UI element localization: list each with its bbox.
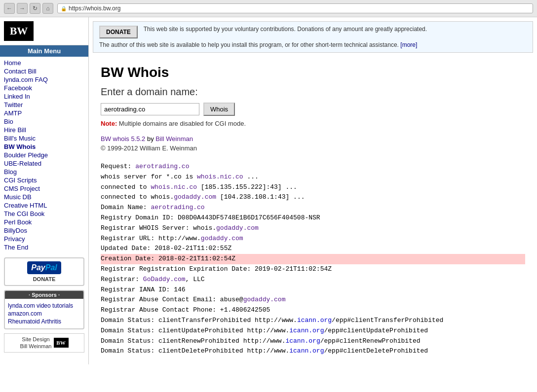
icann-link-2[interactable]: icann.org <box>289 327 324 334</box>
lock-icon: 🔒 <box>61 6 67 11</box>
paypal-section: PayPal DONATE <box>4 257 84 286</box>
site-design: Site Design Bill Weinman BW <box>4 333 84 353</box>
home-button[interactable]: ⌂ <box>42 3 53 14</box>
whois-nic-link-1[interactable]: whois.nic.co <box>197 173 243 180</box>
nav-buttons: ← → ↻ ⌂ <box>4 3 53 14</box>
bill-weinman-link[interactable]: Bill Weinman <box>155 135 193 143</box>
author-note-text: The author of this web site is available… <box>99 41 399 48</box>
whois-button[interactable]: Whois <box>203 103 235 116</box>
sidebar-item-twitter[interactable]: Twitter <box>4 101 84 109</box>
domain-name-link[interactable]: aerotrading.co <box>151 204 204 211</box>
result-line-status-update: Domain Status: clientUpdateProhibited ht… <box>101 326 525 336</box>
sidebar-item-boulder-pledge[interactable]: Boulder Pledge <box>4 151 84 159</box>
result-line-domain-name: Domain Name: aerotrading.co <box>101 203 525 213</box>
result-line-status-renew: Domain Status: clientRenewProhibited htt… <box>101 336 525 347</box>
sidebar-item-ube-related[interactable]: UBE-Related <box>4 159 84 168</box>
sidebar-logo: BW <box>0 17 88 45</box>
sponsors-header: · Sponsors · <box>5 291 83 299</box>
sidebar-item-bills-music[interactable]: Bill's Music <box>4 134 84 143</box>
back-button[interactable]: ← <box>4 3 15 14</box>
godaddy-link-2[interactable]: godaddy.com <box>216 224 259 232</box>
address-bar[interactable]: 🔒 https://whois.bw.org <box>57 3 533 13</box>
sidebar-item-bio[interactable]: Bio <box>4 117 84 126</box>
note-label: Note: <box>101 120 117 127</box>
author-note: The author of this web site is available… <box>99 41 527 48</box>
sidebar-item-lynda[interactable]: lynda.com FAQ <box>4 75 84 84</box>
sidebar-item-home[interactable]: Home <box>4 59 84 67</box>
bw-logo-small: BW <box>54 338 69 348</box>
domain-input[interactable] <box>101 103 199 115</box>
request-link[interactable]: aerotrading.co <box>135 163 189 170</box>
sidebar-item-creative-html[interactable]: Creative HTML <box>4 201 84 210</box>
bw-whois-link[interactable]: BW whois 5.5.2 <box>101 135 145 143</box>
result-line-registry-id: Registry Domain ID: D08D0A443DF5748E1B6D… <box>101 213 525 223</box>
result-line-request: Request: aerotrading.co <box>101 162 525 172</box>
site-design-line2: Bill Weinman <box>20 343 52 349</box>
result-line-registrar: Registrar: GoDaddy.com, LLC <box>101 275 525 285</box>
icann-link-3[interactable]: icann.org <box>285 337 320 345</box>
version-info: BW whois 5.5.2 by Bill Weinman <box>101 135 525 143</box>
site-design-text: Site Design Bill Weinman <box>20 336 52 350</box>
sidebar-item-cgi-book[interactable]: The CGI Book <box>4 210 84 218</box>
result-line-registrar-url: Registrar URL: http://www.godaddy.com <box>101 234 525 244</box>
sidebar-item-billydos[interactable]: BillyDos <box>4 226 84 235</box>
note-content: Multiple domains are disabled for CGI mo… <box>119 120 246 127</box>
sidebar-item-bw-whois[interactable]: BW Whois <box>4 143 84 151</box>
domain-label: Enter a domain name: <box>101 86 525 98</box>
sidebar: BW Main Menu Home Contact Bill lynda.com… <box>0 17 89 364</box>
icann-link-4[interactable]: icann.org <box>289 347 324 355</box>
result-line-expiration-date: Registrar Registration Expiration Date: … <box>101 264 525 275</box>
result-line-abuse-email: Registrar Abuse Contact Email: abuse@god… <box>101 295 525 305</box>
copyright-text: © 1999-2012 William E. Weinman <box>101 144 525 152</box>
sidebar-item-linkedin[interactable]: Linked In <box>4 92 84 101</box>
sidebar-item-cgi-scripts[interactable]: CGI Scripts <box>4 176 84 184</box>
forward-button[interactable]: → <box>17 3 28 14</box>
donate-desc: This web site is supported by your volun… <box>144 26 427 33</box>
sponsor-rheumatoid[interactable]: Rheumatoid Arthritis <box>8 318 80 325</box>
sidebar-nav: Home Contact Bill lynda.com FAQ Facebook… <box>0 57 88 253</box>
godaddy-link-1[interactable]: godaddy.com <box>174 193 216 201</box>
donate-button[interactable]: DONATE <box>99 26 138 38</box>
whois-section: BW Whois Enter a domain name: Whois Note… <box>89 57 537 364</box>
icann-link-1[interactable]: icann.org <box>297 317 332 324</box>
result-block: Request: aerotrading.co whois server for… <box>101 162 525 356</box>
whois-nic-link-2[interactable]: whois.nic.co <box>151 183 197 191</box>
more-link[interactable]: [more] <box>400 41 417 48</box>
bw-logo: BW <box>4 21 34 41</box>
sponsor-lynda[interactable]: lynda.com video tutorials <box>8 302 80 310</box>
result-line-status-delete: Domain Status: clientDeleteProhibited ht… <box>101 346 525 356</box>
result-line-updated-date: Updated Date: 2018-02-21T11:02:55Z <box>101 244 525 254</box>
reload-button[interactable]: ↻ <box>30 3 40 14</box>
result-line-abuse-phone: Registrar Abuse Contact Phone: +1.480624… <box>101 305 525 316</box>
site-design-line1: Site Design <box>22 336 49 342</box>
note-text: Note: Multiple domains are disabled for … <box>101 120 525 127</box>
result-line-connected-1: connected to whois.nic.co [185.135.155.2… <box>101 182 525 193</box>
browser-chrome: ← → ↻ ⌂ 🔒 https://whois.bw.org <box>0 0 537 17</box>
input-row: Whois <box>101 103 525 116</box>
result-line-iana-id: Registrar IANA ID: 146 <box>101 285 525 295</box>
sidebar-item-facebook[interactable]: Facebook <box>4 84 84 92</box>
sidebar-item-amtp[interactable]: AMTP <box>4 109 84 117</box>
godaddy-link-3[interactable]: godaddy.com <box>201 235 243 242</box>
result-line-creation-date: Creation Date: 2018-02-21T11:02:54Z <box>101 254 525 264</box>
page-wrapper: BW Main Menu Home Contact Bill lynda.com… <box>0 17 537 364</box>
sidebar-item-privacy[interactable]: Privacy <box>4 235 84 243</box>
sidebar-item-cms-project[interactable]: CMS Project <box>4 184 84 193</box>
main-menu-header: Main Menu <box>0 45 88 57</box>
result-line-status-transfer: Domain Status: clientTransferProhibited … <box>101 316 525 326</box>
sponsors-section: · Sponsors · lynda.com video tutorials a… <box>4 290 84 329</box>
sidebar-item-the-end[interactable]: The End <box>4 243 84 251</box>
sidebar-item-contact-bill[interactable]: Contact Bill <box>4 67 84 75</box>
sidebar-item-hire-bill[interactable]: Hire Bill <box>4 126 84 134</box>
sponsor-amazon[interactable]: amazon.com <box>8 310 80 318</box>
result-line-connected-2: connected to whois.godaddy.com [104.238.… <box>101 192 525 203</box>
url-text: https://whois.bw.org <box>69 5 120 12</box>
godaddy-link-4[interactable]: GoDaddy.com <box>143 276 186 283</box>
sidebar-item-blog[interactable]: Blog <box>4 168 84 176</box>
sidebar-item-perl-book[interactable]: Perl Book <box>4 218 84 226</box>
version-by: by <box>147 135 155 143</box>
godaddy-link-5[interactable]: godaddy.com <box>243 296 286 303</box>
top-banner: DONATE This web site is supported by you… <box>93 21 533 53</box>
donate-row: DONATE This web site is supported by you… <box>99 26 527 38</box>
sidebar-item-music-db[interactable]: Music DB <box>4 193 84 201</box>
